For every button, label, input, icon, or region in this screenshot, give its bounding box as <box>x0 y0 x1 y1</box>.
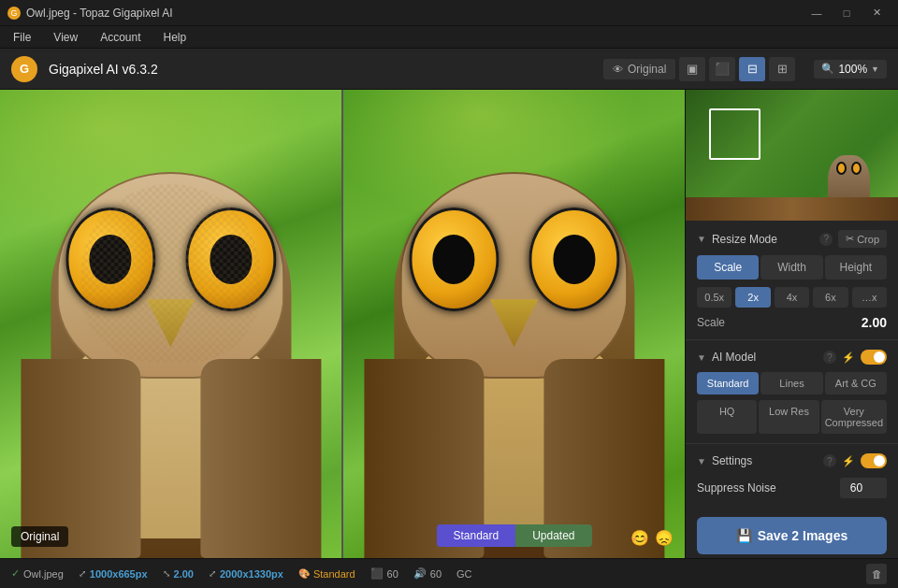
ai-chevron-icon: ▼ <box>697 352 706 363</box>
split-view-btn[interactable]: ⬛ <box>709 57 735 81</box>
crop-button[interactable]: ✂ Crop <box>838 230 887 248</box>
settings-help[interactable]: ? <box>823 454 836 467</box>
scale-tab[interactable]: Scale <box>697 255 759 280</box>
view-controls: 👁 Original ▣ ⬛ ⊟ ⊞ <box>603 57 795 81</box>
ai-model-help[interactable]: ? <box>823 351 836 364</box>
titlebar: G Owl.jpeg - Topaz Gigapixel AI — □ ✕ <box>0 0 898 26</box>
resize-mode-section: ▼ Resize Mode ? ✂ Crop Scale Width Heigh… <box>686 221 898 340</box>
suppress-noise-row: Suppress Noise <box>697 478 887 498</box>
status-model: 🎨 Standard <box>298 568 355 580</box>
model-icon: 🎨 <box>298 568 310 579</box>
delete-button[interactable]: 🗑 <box>866 564 887 584</box>
resize-chevron-icon: ▼ <box>697 234 706 244</box>
input-res-icon: ⤢ <box>79 568 86 579</box>
app-icon: G <box>7 7 21 20</box>
reaction-buttons[interactable]: 😊 😞 <box>630 529 674 547</box>
thumbnail-focus-box <box>709 108 760 160</box>
width-tab[interactable]: Width <box>760 255 822 280</box>
menubar: File View Account Help <box>0 26 898 49</box>
resize-mode-help[interactable]: ? <box>819 233 833 246</box>
image-panels: Original <box>0 90 685 558</box>
thumbs-up-btn[interactable]: 😊 <box>630 529 649 547</box>
status-filename: ✓ Owl.jpeg <box>11 567 64 580</box>
status-val1: ⬛ 60 <box>370 567 398 580</box>
minimize-button[interactable]: — <box>803 0 831 26</box>
scale-tabs: Scale Width Height <box>697 255 887 280</box>
app-name: Gigapixel AI v6.3.2 <box>49 62 158 77</box>
settings-header: ▼ Settings ? ⚡ <box>697 453 887 468</box>
scale-label: Scale <box>697 316 725 329</box>
scale-row: Scale 2.00 <box>697 315 887 330</box>
ai-model-main-tabs: Standard Lines Art & CG <box>697 372 887 394</box>
standard-label: Standard <box>436 524 515 547</box>
settings-lightning-icon: ⚡ <box>842 455 855 467</box>
status-input-res: ⤢ 1000x665px <box>79 568 148 580</box>
side-by-side-btn[interactable]: ⊟ <box>739 57 765 81</box>
ai-model-title: AI Model <box>712 351 818 364</box>
right-panel: ▼ Resize Mode ? ✂ Crop Scale Width Heigh… <box>685 90 898 558</box>
app-logo: G <box>11 56 37 82</box>
thumbs-down-btn[interactable]: 😞 <box>655 529 674 547</box>
output-res-icon: ⤢ <box>209 568 216 579</box>
single-view-btn[interactable]: ▣ <box>679 57 705 81</box>
ai-model-toggle[interactable] <box>861 350 887 365</box>
scale-value: 2.00 <box>862 315 887 330</box>
suppress-noise-label: Suppress Noise <box>697 481 776 495</box>
lightning-icon: ⚡ <box>842 351 855 364</box>
status-gc: GC <box>456 568 472 580</box>
processed-panel[interactable]: Standard Updated 😊 😞 <box>343 90 685 558</box>
hq-ai-tab[interactable]: HQ <box>697 400 757 434</box>
menu-file[interactable]: File <box>7 29 36 46</box>
lines-ai-tab[interactable]: Lines <box>760 372 822 394</box>
original-panel[interactable]: Original <box>0 90 343 558</box>
ai-model-section: ▼ AI Model ? ⚡ Standard Lines Art & CG H… <box>686 340 898 444</box>
zoom-control[interactable]: 🔍 100% ▼ <box>814 60 887 79</box>
settings-title: Settings <box>712 454 818 467</box>
maximize-button[interactable]: □ <box>833 0 861 26</box>
save-icon: 💾 <box>736 528 752 543</box>
status-output-res: ⤢ 2000x1330px <box>209 568 283 580</box>
settings-chevron-icon: ▼ <box>697 456 706 466</box>
original-panel-label: Original <box>11 526 68 547</box>
image-area[interactable]: Original <box>0 90 685 558</box>
menu-help[interactable]: Help <box>158 29 193 46</box>
scale-6x[interactable]: 6x <box>813 287 847 308</box>
scale-0.5x[interactable]: 0.5x <box>697 287 731 308</box>
original-view-btn[interactable]: 👁 Original <box>603 59 675 79</box>
grid-view-btn[interactable]: ⊞ <box>769 57 795 81</box>
main-content: Original <box>0 90 898 558</box>
suppress-noise-input[interactable] <box>840 478 887 498</box>
scale-4x[interactable]: 4x <box>775 287 809 308</box>
art-cg-ai-tab[interactable]: Art & CG <box>825 372 887 394</box>
height-tab[interactable]: Height <box>825 255 887 280</box>
menu-view[interactable]: View <box>48 29 83 46</box>
ai-model-header: ▼ AI Model ? ⚡ <box>697 350 887 365</box>
save-button[interactable]: 💾 Save 2 Images <box>697 517 887 554</box>
resize-mode-title: Resize Mode <box>712 233 814 246</box>
thumbnail-area <box>686 90 898 221</box>
scale-options: 0.5x 2x 4x 6x …x <box>697 287 887 308</box>
statusbar: ✓ Owl.jpeg ⤢ 1000x665px ⤡ 2.00 ⤢ 2000x13… <box>0 558 898 588</box>
titlebar-left: G Owl.jpeg - Topaz Gigapixel AI <box>7 7 173 20</box>
settings-toggle[interactable] <box>861 453 887 468</box>
scale-icon: ⤡ <box>163 568 170 579</box>
processed-panel-labels: Standard Updated <box>436 524 591 547</box>
close-button[interactable]: ✕ <box>862 0 891 26</box>
scale-2x[interactable]: 2x <box>735 287 770 308</box>
very-compressed-ai-tab[interactable]: Very Compressed <box>821 400 887 434</box>
resize-mode-header: ▼ Resize Mode ? ✂ Crop <box>697 230 887 248</box>
standard-ai-tab[interactable]: Standard <box>697 372 759 394</box>
zoom-value: 100% <box>838 63 867 76</box>
check-icon: ✓ <box>11 567 20 580</box>
updated-label: Updated <box>515 524 591 547</box>
settings-section: ▼ Settings ? ⚡ Suppress Noise <box>686 444 898 508</box>
window-title: Owl.jpeg - Topaz Gigapixel AI <box>26 7 173 20</box>
low-res-ai-tab[interactable]: Low Res <box>759 400 818 434</box>
menu-account[interactable]: Account <box>94 29 146 46</box>
app-header: G Gigapixel AI v6.3.2 👁 Original ▣ ⬛ ⊟ ⊞… <box>0 49 898 90</box>
status-val2: 🔊 60 <box>413 567 442 580</box>
window-controls: — □ ✕ <box>803 0 891 26</box>
val1-icon: ⬛ <box>370 567 384 580</box>
scale-custom[interactable]: …x <box>852 287 887 308</box>
val2-icon: 🔊 <box>413 567 427 580</box>
